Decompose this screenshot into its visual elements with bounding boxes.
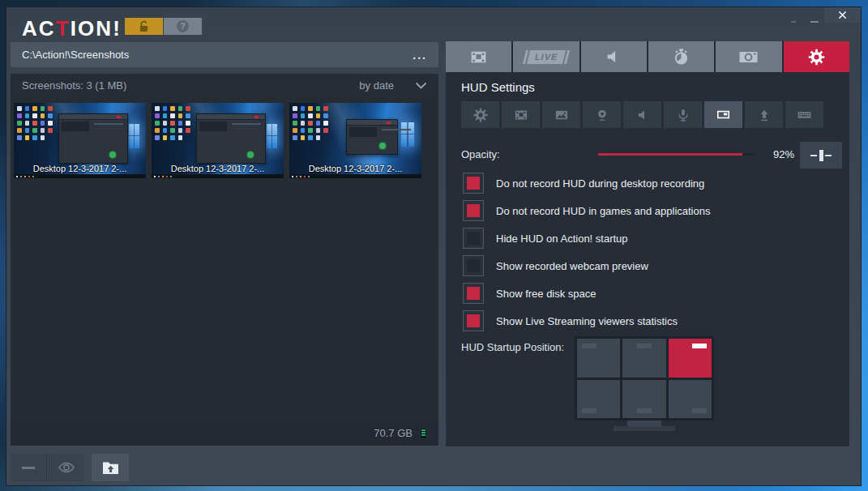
tab-video-capture[interactable] [446, 41, 511, 72]
tab-screenshots[interactable] [716, 41, 781, 72]
subtab-hotkeys[interactable] [785, 101, 823, 128]
slider-icon [810, 150, 832, 161]
wallpaper-window-logo [401, 122, 414, 147]
checkbox-label: Do not record HUD during desktop recordi… [496, 177, 704, 190]
thumbnail-label: Desktop 12-3-2017 2-... [14, 164, 146, 173]
checkbox-fill [467, 204, 480, 217]
lock-button[interactable] [125, 18, 163, 35]
thumbnail-label: Desktop 12-3-2017 2-... [289, 164, 421, 173]
checkbox[interactable] [463, 200, 484, 221]
checkbox[interactable] [463, 255, 484, 276]
disk-icon [420, 428, 427, 439]
checkbox-fill [467, 287, 480, 300]
desktop-icons [17, 106, 54, 140]
checkbox-row[interactable]: Show recorded webcam preview [463, 255, 710, 276]
film-icon [468, 47, 489, 67]
opacity-adjust-button[interactable] [800, 142, 842, 169]
opacity-fill [598, 153, 742, 156]
folder-up-icon [102, 460, 119, 475]
wallpaper-window-logo [267, 124, 277, 148]
tab-audio[interactable] [581, 41, 647, 72]
folder-path-bar[interactable]: C:\Action!\Screenshots ... [11, 42, 438, 67]
checkbox[interactable] [463, 173, 484, 194]
hud-position-cell[interactable] [577, 380, 620, 419]
settings-panel: HUD Settings [446, 72, 849, 446]
hud-position-grid [575, 336, 714, 421]
hud-position-cell[interactable] [669, 339, 712, 378]
stopwatch-icon [672, 48, 691, 66]
live-icon: LIVE [527, 50, 567, 64]
subtab-hud[interactable] [704, 101, 742, 128]
checkbox[interactable] [463, 310, 484, 331]
screenshot-list-area[interactable]: Desktop 12-3-2017 2-...Desktop 12-3-2017… [11, 97, 438, 421]
upload-icon [757, 108, 772, 122]
monitor-stand-neck [627, 421, 661, 426]
checkbox-fill [467, 314, 480, 327]
thumbnail-row: Desktop 12-3-2017 2-...Desktop 12-3-2017… [14, 103, 421, 178]
hud-position-indicator [582, 344, 596, 348]
hud-position-cell[interactable] [669, 380, 712, 419]
checkbox-row[interactable]: Do not record HUD during desktop recordi… [463, 173, 710, 194]
action-window: ACTION! ? C:\Action!\Screenshots ... Scr… [6, 6, 862, 486]
checkbox-row[interactable]: Show free disk space [463, 283, 710, 304]
open-folder-button[interactable] [92, 454, 129, 481]
chevron-down-icon[interactable] [415, 82, 427, 89]
screenshot-thumbnail[interactable]: Desktop 12-3-2017 2-... [289, 103, 421, 178]
opacity-slider[interactable] [598, 153, 755, 156]
monitor-stand-base [614, 426, 675, 431]
help-icon: ? [177, 20, 189, 32]
screenshot-thumbnail[interactable]: Desktop 12-3-2017 2-... [152, 103, 284, 178]
subtab-screenshots[interactable] [542, 101, 580, 128]
hud-position-cell[interactable] [622, 380, 665, 419]
checkbox-label: Show recorded webcam preview [496, 260, 648, 272]
help-button[interactable]: ? [164, 18, 202, 35]
minimize-button[interactable] [810, 21, 819, 23]
checkbox-row[interactable]: Hide HUD on Action! startup [463, 228, 710, 249]
lock-icon [137, 19, 151, 33]
subtab-general[interactable] [461, 101, 499, 128]
tab-live-streaming[interactable]: LIVE [513, 41, 579, 72]
tab-settings[interactable] [784, 41, 849, 72]
checkbox-list: Do not record HUD during desktop recordi… [463, 173, 710, 338]
gear-icon [472, 107, 489, 123]
checkbox-label: Do not record HUD in games and applicati… [496, 205, 710, 217]
gear-icon [807, 48, 826, 66]
desktop-icons [155, 106, 192, 140]
hud-position-cell[interactable] [622, 339, 665, 378]
preview-button[interactable] [48, 454, 84, 481]
subtab-webcam[interactable] [583, 101, 621, 128]
remove-button[interactable] [11, 454, 47, 481]
tab-benchmark[interactable] [648, 41, 714, 72]
sort-selector[interactable]: by date [359, 79, 394, 92]
minimize-to-tray-button[interactable] [791, 21, 796, 23]
status-bar: 70.7 GB [11, 421, 438, 446]
checkbox-row[interactable]: Do not record HUD in games and applicati… [463, 200, 710, 221]
subtab-audio[interactable] [623, 101, 661, 128]
subtab-microphone[interactable] [664, 101, 702, 128]
checkbox-row[interactable]: Show Live Streaming viewers statistics [463, 310, 710, 331]
hud-position-indicator [637, 408, 652, 413]
checkbox-fill [467, 177, 480, 190]
desktop-background: { "colors": { "accent": "#c22340", "gold… [0, 0, 868, 491]
checkbox-label: Hide HUD on Action! startup [496, 233, 628, 245]
subtab-video[interactable] [502, 101, 540, 128]
hud-icon [716, 107, 731, 122]
library-header: Screenshots: 3 (1 MB) by date [11, 74, 438, 97]
close-icon [838, 11, 847, 19]
mini-app-window [346, 119, 398, 155]
screenshot-thumbnail[interactable]: Desktop 12-3-2017 2-... [14, 103, 146, 178]
mini-taskbar [152, 174, 284, 178]
checkbox[interactable] [463, 228, 484, 249]
page-title: HUD Settings [461, 80, 535, 94]
minus-icon [22, 467, 35, 469]
film-icon [513, 107, 529, 123]
thumbnail-label: Desktop 12-3-2017 2-... [152, 164, 284, 173]
browse-button[interactable]: ... [413, 52, 427, 58]
hud-position-indicator [692, 408, 707, 413]
subtab-export[interactable] [745, 101, 783, 128]
opacity-label: Opacity: [461, 148, 500, 160]
keyboard-icon [797, 107, 812, 122]
hud-position-cell[interactable] [577, 339, 620, 378]
checkbox[interactable] [463, 283, 484, 304]
close-button[interactable] [824, 7, 861, 23]
